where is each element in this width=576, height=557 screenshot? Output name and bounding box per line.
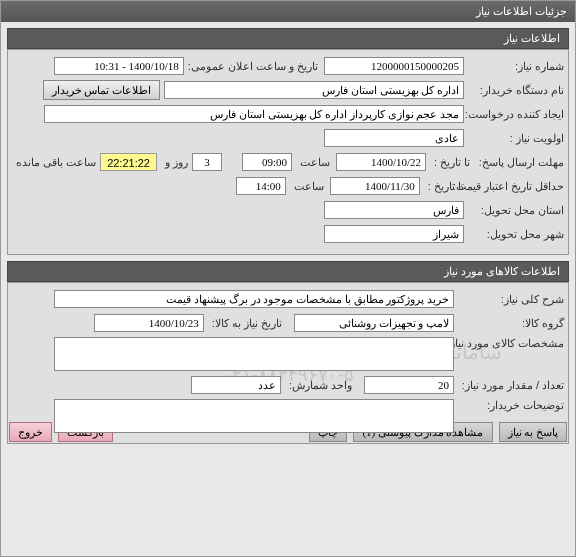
province-input[interactable] — [324, 201, 464, 219]
need-number-label: شماره نیاز: — [464, 60, 564, 73]
org-name-input[interactable] — [164, 81, 464, 99]
need-date-input[interactable] — [94, 314, 204, 332]
section1-header: اطلاعات نیاز — [7, 28, 569, 49]
section1-body: شماره نیاز: تاریخ و ساعت اعلان عمومی: نا… — [7, 49, 569, 255]
section2-body: سامانه تدارکات الکترونیکی دولت پارس نماد… — [7, 282, 569, 444]
to-date-label-2: تا تاریخ : — [424, 180, 464, 193]
section1-title: اطلاعات نیاز — [504, 32, 560, 44]
city-input[interactable] — [324, 225, 464, 243]
spec-textarea[interactable] — [54, 337, 454, 371]
province-label: استان محل تحویل: — [464, 204, 564, 217]
creator-label: ایجاد کننده درخواست: — [464, 108, 564, 121]
public-datetime-label: تاریخ و ساعت اعلان عمومی: — [184, 60, 318, 73]
time-label-2: ساعت — [290, 180, 324, 193]
priority-input[interactable] — [324, 129, 464, 147]
buyer-contact-button[interactable]: اطلاعات تماس خریدار — [43, 80, 161, 100]
time-label-1: ساعت — [296, 156, 330, 169]
validity-date-input[interactable] — [330, 177, 420, 195]
window-title: جزئیات اطلاعات نیاز — [476, 5, 567, 17]
days-remain-input — [192, 153, 222, 171]
section2-header: اطلاعات کالاهای مورد نیاز — [7, 261, 569, 282]
group-label: گروه کالا: — [454, 317, 564, 330]
to-date-label: تا تاریخ : — [430, 156, 470, 169]
validity-label: حداقل تاریخ اعتبار قیمت: — [464, 180, 564, 193]
content-area: اطلاعات نیاز شماره نیاز: تاریخ و ساعت اع… — [1, 22, 575, 450]
desc-input[interactable] — [54, 290, 454, 308]
section2-title: اطلاعات کالاهای مورد نیاز — [444, 265, 560, 277]
window: جزئیات اطلاعات نیاز اطلاعات نیاز شماره ن… — [0, 0, 576, 557]
qty-input[interactable] — [364, 376, 454, 394]
time-remain-box: 22:21:22 — [100, 153, 157, 171]
deadline-time-input[interactable] — [242, 153, 292, 171]
priority-label: اولویت نیاز : — [464, 132, 564, 145]
spec-label: مشخصات کالای مورد نیاز: — [454, 337, 564, 350]
unit-label: واحد شمارش: — [285, 379, 352, 392]
creator-input[interactable] — [44, 105, 464, 123]
buyer-notes-label: توضیحات خریدار: — [454, 399, 564, 412]
window-titlebar: جزئیات اطلاعات نیاز — [1, 1, 575, 22]
org-name-label: نام دستگاه خریدار: — [464, 84, 564, 97]
city-label: شهر محل تحویل: — [464, 228, 564, 241]
days-and-label: روز و — [161, 156, 188, 169]
remain-label: ساعت باقی مانده — [12, 156, 96, 169]
need-date-label: تاریخ نیاز به کالا: — [208, 317, 282, 330]
deadline-label: مهلت ارسال پاسخ: — [470, 156, 564, 169]
deadline-date-input[interactable] — [336, 153, 426, 171]
unit-input[interactable] — [191, 376, 281, 394]
need-number-input[interactable] — [324, 57, 464, 75]
desc-label: شرح کلی نیاز: — [454, 293, 564, 306]
public-datetime-input[interactable] — [54, 57, 184, 75]
group-input[interactable] — [294, 314, 454, 332]
buyer-notes-textarea[interactable] — [54, 399, 454, 433]
validity-time-input[interactable] — [236, 177, 286, 195]
qty-label: تعداد / مقدار مورد نیاز: — [454, 379, 564, 392]
